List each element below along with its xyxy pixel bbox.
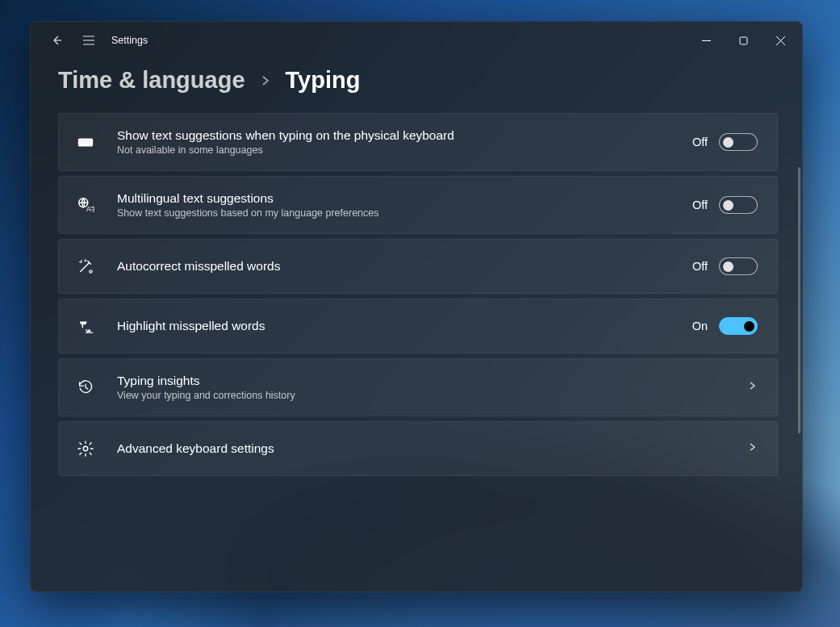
card-subtitle: View your typing and corrections history: [117, 390, 746, 401]
content-area: Time & language Typing Show text suggest…: [31, 59, 802, 591]
gear-icon: [75, 438, 96, 459]
menu-button[interactable]: [73, 25, 105, 56]
toggle-switch[interactable]: [719, 317, 758, 335]
chevron-right-icon: [746, 380, 758, 395]
card-subtitle: Show text suggestions based on my langua…: [117, 207, 692, 219]
setting-card-1[interactable]: A字Multilingual text suggestionsShow text…: [58, 176, 778, 234]
settings-window: Settings Time & language Typing Show tex…: [30, 21, 803, 592]
arrow-left-icon: [50, 34, 63, 47]
svg-rect-7: [80, 142, 81, 144]
setting-card-0[interactable]: Show text suggestions when typing on the…: [58, 113, 778, 171]
toggle-state-label: On: [692, 320, 708, 332]
history-icon: [75, 377, 96, 398]
card-action: [746, 441, 758, 456]
card-title: Advanced keyboard settings: [117, 441, 746, 456]
card-title: Autocorrect misspelled words: [117, 259, 692, 274]
svg-rect-2: [80, 140, 81, 141]
breadcrumb-parent[interactable]: Time & language: [58, 67, 245, 94]
svg-rect-5: [86, 140, 88, 141]
app-title: Settings: [111, 35, 148, 46]
globe-text-icon: A字: [75, 194, 96, 215]
toggle-state-label: Off: [692, 136, 708, 148]
wand-icon: [75, 256, 96, 277]
card-title: Multilingual text suggestions: [117, 191, 692, 206]
card-text: Multilingual text suggestionsShow text s…: [117, 191, 692, 219]
keyboard-icon: [75, 132, 96, 153]
card-subtitle: Not available in some languages: [117, 144, 692, 156]
svg-rect-10: [86, 142, 88, 144]
breadcrumb: Time & language Typing: [58, 67, 778, 94]
svg-rect-6: [89, 140, 90, 141]
svg-rect-8: [81, 142, 83, 144]
card-action: Off: [692, 196, 758, 214]
svg-rect-12: [81, 144, 89, 145]
card-text: Autocorrect misspelled words: [117, 259, 692, 274]
card-action: [746, 380, 758, 395]
card-title: Highlight misspelled words: [117, 319, 692, 333]
titlebar: Settings: [31, 22, 802, 59]
close-button[interactable]: [762, 25, 799, 56]
maximize-button[interactable]: [725, 25, 762, 56]
svg-point-16: [83, 446, 88, 451]
maximize-icon: [739, 36, 748, 45]
svg-rect-3: [81, 140, 83, 141]
chevron-right-icon: [746, 441, 758, 456]
card-text: Advanced keyboard settings: [117, 441, 746, 456]
close-icon: [776, 36, 785, 45]
toggle-state-label: Off: [692, 260, 708, 273]
svg-rect-0: [740, 37, 747, 44]
minimize-button[interactable]: [687, 25, 725, 56]
setting-card-2[interactable]: Autocorrect misspelled wordsOff: [58, 239, 778, 294]
toggle-switch[interactable]: [719, 196, 758, 214]
card-text: Highlight misspelled words: [117, 319, 692, 333]
card-action: Off: [692, 133, 758, 151]
toggle-switch[interactable]: [719, 257, 758, 275]
toggle-state-label: Off: [692, 199, 708, 211]
card-action: Off: [692, 257, 758, 275]
chevron-right-icon: [260, 70, 271, 91]
window-controls: [687, 25, 799, 56]
back-button[interactable]: [40, 25, 73, 56]
card-text: Typing insightsView your typing and corr…: [117, 374, 746, 401]
setting-card-4[interactable]: Typing insightsView your typing and corr…: [58, 358, 778, 416]
highlight-icon: [75, 316, 96, 336]
svg-rect-4: [84, 140, 86, 141]
card-title: Typing insights: [117, 374, 746, 388]
scrollbar-thumb[interactable]: [798, 167, 800, 433]
card-action: On: [692, 317, 758, 335]
setting-card-5[interactable]: Advanced keyboard settings: [58, 421, 778, 476]
svg-rect-9: [84, 142, 86, 144]
svg-rect-11: [89, 142, 90, 144]
page-title: Typing: [286, 67, 361, 94]
card-title: Show text suggestions when typing on the…: [117, 128, 692, 143]
setting-card-3[interactable]: Highlight misspelled wordsOn: [58, 299, 778, 353]
svg-text:A字: A字: [86, 206, 94, 213]
hamburger-icon: [82, 35, 95, 46]
toggle-switch[interactable]: [719, 133, 758, 151]
card-text: Show text suggestions when typing on the…: [117, 128, 692, 156]
minimize-icon: [702, 36, 711, 45]
